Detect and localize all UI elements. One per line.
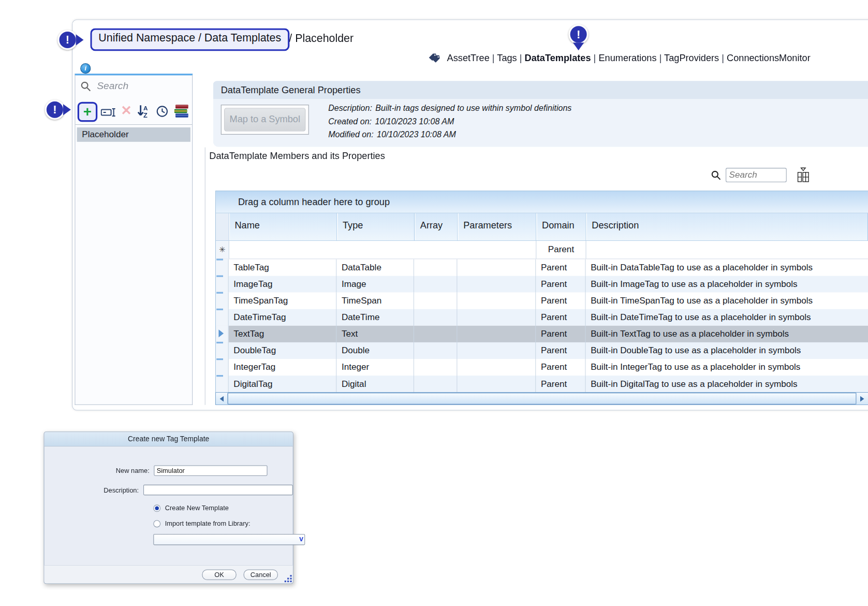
column-header-domain[interactable]: Domain [536,213,586,240]
nav-item-tagproviders[interactable]: TagProviders [664,53,719,63]
nav-item-datatemplates[interactable]: DataTemplates [525,53,591,63]
cell-type: DateTime [336,309,414,326]
column-header-type[interactable]: Type [337,213,415,240]
new-name-input[interactable] [154,465,267,475]
table-row-integertag[interactable]: IntegerTagIntegerParentBuilt-in IntegerT… [216,359,868,376]
horizontal-scroll-thumb[interactable] [228,393,857,404]
scroll-right-button[interactable] [856,393,868,404]
group-by-band[interactable]: Drag a column header here to group [216,191,868,213]
row-gutter [216,342,229,359]
sidebar: Search + ✕ AZ [75,74,193,405]
new-row-domain: Parent [536,241,586,258]
history-icon[interactable] [156,105,169,120]
description-value: Built-in tags designed to use within sym… [375,103,571,112]
nav-separator: | [719,53,727,63]
cell-array [414,259,457,276]
cell-parameters [457,359,536,376]
scroll-left-button[interactable] [216,393,228,404]
table-row-texttag[interactable]: TextTagTextParentBuilt-in TextTag to use… [216,326,868,342]
table-search-input[interactable] [726,168,787,182]
cell-name: IntegerTag [229,359,337,376]
cell-type: Text [336,326,414,342]
template-tree: Placeholder [75,124,192,405]
cell-domain: Parent [536,326,585,342]
dialog-description-input[interactable] [143,485,293,495]
dialog-title[interactable]: Create new Tag Template [45,432,293,446]
cell-parameters [457,342,536,359]
new-row-icon: ✳ [216,241,229,258]
radio-create-label: Create New Template [165,504,229,512]
cell-domain: Parent [536,293,585,309]
table-search-area [711,166,810,184]
table-row-timespantag[interactable]: TimeSpanTagTimeSpanParentBuilt-in TimeSp… [216,293,868,309]
nav-item-connectionsmonitor[interactable]: ConnectionsMonitor [727,53,811,63]
top-nav: AssetTree | Tags | DataTemplates | Enume… [428,53,811,64]
exclamation-icon: ! [45,100,65,120]
row-gutter [216,376,229,392]
breadcrumb-highlight-box[interactable]: Unified Namespace / Data Templates [90,28,289,51]
add-template-button[interactable]: + [78,102,98,122]
row-pointer-icon [218,329,224,337]
create-template-dialog: Create new Tag Template New name: Descri… [43,431,293,584]
svg-text:A: A [143,105,148,111]
cell-array [414,342,457,359]
import-archive-icon[interactable] [173,104,190,121]
nav-item-assettree[interactable]: AssetTree [447,53,490,63]
search-icon [711,170,721,180]
map-to-symbol-button[interactable]: Map to a Symbol [224,108,305,132]
column-header-array[interactable]: Array [415,213,458,240]
cell-type: Double [336,342,414,359]
properties-panel: Map to a Symbol Description:Built-in tag… [213,99,868,147]
nav-item-tags[interactable]: Tags [497,53,517,63]
cell-domain: Parent [536,259,585,276]
pin-tail [63,104,71,115]
dialog-footer: OK Cancel [45,565,293,583]
pin-tail [76,34,84,45]
resize-grip[interactable] [284,574,292,582]
cell-description: Built-in ImageTag to use as a placeholde… [586,276,868,293]
members-title: DataTemplate Members and its Properties [209,151,385,162]
table-row-tabletag[interactable]: TableTagDataTableParentBuilt-in DataTabl… [216,259,868,276]
cancel-button[interactable]: Cancel [244,569,278,580]
radio-import-from-library[interactable] [153,520,160,527]
table-header-row: NameTypeArrayParametersDomainDescription [216,213,868,241]
table-row-imagetag[interactable]: ImageTagImageParentBuilt-in ImageTag to … [216,276,868,293]
cell-type: DataTable [336,259,414,276]
selected-row-gutter [216,326,229,342]
nav-item-enumerations[interactable]: Enumerations [598,53,656,63]
table-row-datetimetag[interactable]: DateTimeTagDateTimeParentBuilt-in DateTi… [216,309,868,326]
cell-type: Integer [336,359,414,376]
library-dropdown[interactable]: v [153,534,305,545]
cell-array [414,376,457,392]
breadcrumb-current: / Placeholder [289,32,354,45]
horizontal-scrollbar[interactable] [215,392,868,405]
members-table: Drag a column header here to group NameT… [215,191,868,393]
delete-icon[interactable]: ✕ [121,105,132,116]
cell-parameters [457,376,536,392]
sidebar-search[interactable]: Search [80,80,128,92]
table-row-doubletag[interactable]: DoubleTagDoubleParentBuilt-in DoubleTag … [216,342,868,359]
table-row-digitaltag[interactable]: DigitalTagDigitalParentBuilt-in DigitalT… [216,376,868,392]
radio-create-new-template[interactable] [153,504,160,512]
cell-name: TextTag [229,326,337,342]
rename-icon[interactable] [101,107,116,120]
table-body: TableTagDataTableParentBuilt-in DataTabl… [216,259,868,393]
column-header-description[interactable]: Description [586,213,868,240]
description-label: Description: [328,103,372,112]
column-header-parameters[interactable]: Parameters [458,213,536,240]
cell-domain: Parent [536,376,585,392]
cell-name: ImageTag [229,276,337,293]
nav-separator: | [657,53,665,63]
ok-button[interactable]: OK [202,569,236,580]
column-header-name[interactable]: Name [229,213,337,240]
cell-name: TimeSpanTag [229,293,337,309]
panel-splitter[interactable] [205,147,205,405]
info-icon[interactable]: i [80,63,91,74]
tree-item-placeholder[interactable]: Placeholder [77,127,190,142]
row-gutter [216,309,229,326]
cell-type: Image [336,276,414,293]
column-chooser-icon[interactable] [797,166,810,184]
sort-az-icon[interactable]: AZ [136,104,151,121]
nav-separator: | [517,53,525,63]
new-row[interactable]: ✳ Parent [216,241,868,259]
